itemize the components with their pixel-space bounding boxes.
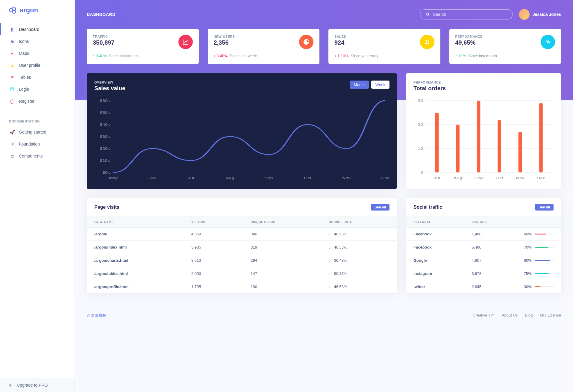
sales-chart-card: OVERVIEW Sales value Month Week $0k$10k$… [87, 73, 397, 189]
doc-item-components[interactable]: ▤Components [0, 150, 75, 162]
nav-icon: ◧ [10, 27, 15, 32]
svg-text:May: May [109, 176, 118, 180]
footer-brand[interactable]: 网页模板 [91, 313, 106, 318]
sidebar-item-maps[interactable]: ●Maps [0, 47, 75, 59]
nav-label: User profile [19, 63, 40, 68]
footer-link[interactable]: About Us [502, 313, 518, 318]
stat-card-3: PERFORMANCE49,65%%↑ 12% Since last month [449, 29, 561, 64]
sidebar-item-login[interactable]: ⚿Login [0, 83, 75, 95]
stat-delta: ↑ 12% Since last month [455, 54, 555, 58]
stat-icon [178, 35, 193, 49]
unique: 294 [243, 254, 321, 267]
nav-label: Dashboard [19, 27, 40, 32]
avatar [519, 9, 530, 20]
stat-label: NEW USERS [214, 35, 235, 38]
svg-text:Sep: Sep [474, 176, 483, 180]
footer-copyright: © 网页模板 [87, 313, 106, 318]
social-title: Social traffic [413, 205, 442, 210]
stat-card-0: TRAFFIC350,897↑ 3.48% Since last month [87, 29, 199, 64]
svg-point-3 [426, 13, 429, 15]
bounce: ↓ 46,53% [321, 280, 397, 293]
svg-rect-32 [456, 125, 460, 172]
doc-label: Foundation [19, 142, 40, 146]
table-row[interactable]: /argon/profile.html1,795190↓ 46,53% [87, 280, 397, 293]
nav-label: Icons [19, 39, 29, 44]
stat-label: PERFORMANCE [455, 35, 483, 38]
nav-icon: ▲ [10, 63, 15, 68]
table-row[interactable]: /argon/tables.html2,050147↑ 50,87% [87, 267, 397, 280]
toggle-week[interactable]: Week [371, 81, 389, 89]
table-row[interactable]: Facebook5,48070% [406, 241, 561, 254]
bounce: ↓ 36,49% [321, 254, 397, 267]
sidebar-item-dashboard[interactable]: ◧Dashboard [0, 23, 75, 35]
table-row[interactable]: /argon/index.html3,985319↓ 46,53% [87, 241, 397, 254]
doc-item-foundation[interactable]: ⚛Foundation [0, 138, 75, 150]
svg-text:Aug: Aug [454, 176, 462, 180]
user-menu[interactable]: Jessica Jones [519, 9, 561, 20]
search-input[interactable] [433, 12, 507, 17]
progress: 80% [516, 254, 561, 267]
table-row[interactable]: Facebook1,48060% [406, 228, 561, 241]
stat-icon: % [541, 35, 555, 49]
doc-item-getting-started[interactable]: 🚀Getting started [0, 126, 75, 138]
visitors: 3,513 [184, 254, 243, 267]
stat-value: 924 [334, 39, 346, 46]
brand-name: argon [20, 6, 38, 14]
stat-value: 2,356 [214, 39, 235, 46]
doc-label: Getting started [19, 130, 46, 134]
visitors: 3,678 [464, 267, 516, 280]
search-box[interactable] [420, 9, 513, 19]
see-all-social[interactable]: See all [535, 204, 554, 211]
svg-text:Nov: Nov [516, 176, 525, 180]
svg-text:0: 0 [420, 171, 423, 174]
progress: 75% [516, 267, 561, 280]
sidebar-item-tables[interactable]: ≡Tables [0, 71, 75, 83]
nav-label: Login [19, 87, 29, 92]
column-header: VISITORS [184, 217, 243, 228]
sidebar-item-user-profile[interactable]: ▲User profile [0, 59, 75, 71]
social-traffic-card: Social traffic See all REFERRALVISITORSF… [406, 198, 561, 293]
svg-rect-35 [519, 132, 522, 172]
nav-divider [9, 112, 66, 112]
unique: 319 [243, 241, 321, 254]
sidebar-item-icons[interactable]: ◉Icons [0, 35, 75, 47]
nav-label: Tables [19, 75, 31, 80]
footer-link[interactable]: Blog [525, 313, 533, 318]
stat-delta: ↑ 3.48% Since last month [93, 54, 193, 58]
column-header: BOUNCE RATE [321, 217, 397, 228]
logo-icon [9, 6, 17, 14]
orders-overline: PERFORMANCE [413, 81, 446, 84]
toggle-month[interactable]: Month [350, 81, 369, 89]
footer-link[interactable]: Creative Tim [473, 313, 495, 318]
stat-delta: ↓ 3.48% Since last week [214, 54, 314, 58]
footer-link[interactable]: MIT License [540, 313, 561, 318]
nav-label: Maps [19, 51, 29, 56]
page-name: /argon/charts.html [87, 254, 184, 267]
unique: 147 [243, 267, 321, 280]
see-all-visits[interactable]: See all [371, 204, 389, 211]
column-header: VISITORS [464, 217, 516, 228]
doc-heading: DOCUMENTATION [0, 116, 75, 126]
table-row[interactable]: Instagram3,67875% [406, 267, 561, 280]
orders-chart-card: PERFORMANCE Total orders 0102030JulAugSe… [406, 73, 561, 189]
stat-delta: ↓ 1.10% Since yesterday [334, 54, 434, 58]
referral: Facebook [406, 228, 464, 241]
svg-text:Dec: Dec [537, 176, 545, 180]
table-row[interactable]: Google4,80780% [406, 254, 561, 267]
nav-icon: ⚿ [10, 87, 15, 92]
sidebar-item-register[interactable]: ◯Register [0, 95, 75, 107]
referral: Instagram [406, 267, 464, 280]
svg-text:$40k: $40k [100, 123, 110, 126]
svg-text:Sep: Sep [265, 176, 273, 180]
column-header: UNIQUE USERS [243, 217, 321, 228]
progress: 70% [516, 241, 561, 254]
brand-logo[interactable]: argon [0, 0, 75, 20]
visitors: 2,645 [464, 280, 516, 293]
table-row[interactable]: twitter2,64530% [406, 280, 561, 293]
table-row[interactable]: /argon/4,569340↑ 46,53% [87, 228, 397, 241]
nav-label: Register [19, 99, 34, 104]
svg-text:$30k: $30k [100, 135, 110, 138]
stat-icon [299, 35, 313, 49]
table-row[interactable]: /argon/charts.html3,513294↓ 36,49% [87, 254, 397, 267]
svg-point-5 [425, 40, 427, 42]
